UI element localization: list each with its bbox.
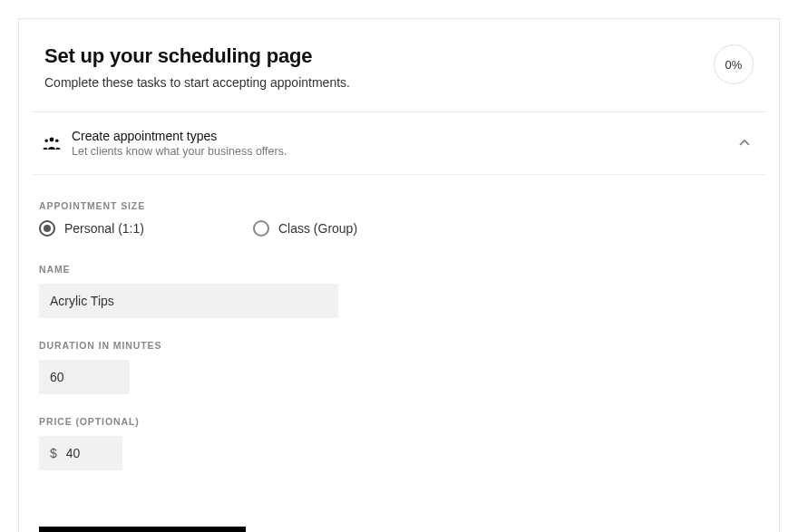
price-field-block: PRICE (OPTIONAL) $: [39, 416, 732, 470]
duration-input[interactable]: [39, 360, 130, 394]
appointment-size-label: APPOINTMENT SIZE: [39, 200, 732, 211]
page-title: Set up your scheduling page: [44, 44, 714, 68]
section-title: Create appointment types: [72, 129, 735, 143]
radio-personal-label: Personal (1:1): [64, 221, 144, 236]
price-input-wrap: $: [39, 436, 122, 470]
chevron-up-icon: [735, 137, 754, 150]
radio-unselected-icon: [253, 220, 269, 237]
currency-symbol: $: [39, 446, 59, 460]
duration-label: DURATION IN MINUTES: [39, 340, 732, 351]
section-title-block: Create appointment types Let clients kno…: [72, 129, 735, 158]
people-icon: [39, 136, 64, 150]
radio-class-label: Class (Group): [278, 221, 357, 236]
name-input[interactable]: [39, 284, 338, 318]
svg-point-2: [55, 139, 59, 142]
duration-field-block: DURATION IN MINUTES: [39, 340, 732, 394]
actions-row: CREATE APPOINTMENT TYPE VIEW ADDITIONAL …: [32, 505, 766, 532]
section-header[interactable]: Create appointment types Let clients kno…: [32, 112, 766, 175]
create-appointment-type-button[interactable]: CREATE APPOINTMENT TYPE: [39, 527, 246, 532]
appointment-types-section: Create appointment types Let clients kno…: [32, 111, 766, 532]
form-body: APPOINTMENT SIZE Personal (1:1) Class (G…: [32, 175, 739, 505]
progress-value: 0%: [725, 58, 743, 72]
name-label: NAME: [39, 264, 732, 275]
radio-personal[interactable]: Personal (1:1): [39, 220, 144, 237]
radio-class[interactable]: Class (Group): [253, 220, 357, 237]
appointment-size-radio-group: Personal (1:1) Class (Group): [39, 220, 732, 237]
section-description: Let clients know what your business offe…: [72, 145, 735, 158]
progress-badge: 0%: [714, 44, 754, 84]
svg-point-0: [50, 138, 54, 142]
page-subtitle: Complete these tasks to start accepting …: [44, 75, 714, 90]
setup-card: Set up your scheduling page Complete the…: [18, 18, 780, 532]
price-input[interactable]: [59, 436, 122, 470]
price-label: PRICE (OPTIONAL): [39, 416, 732, 427]
name-field-block: NAME: [39, 264, 732, 318]
header-text-block: Set up your scheduling page Complete the…: [44, 44, 714, 90]
svg-point-1: [44, 139, 48, 142]
card-header: Set up your scheduling page Complete the…: [19, 19, 779, 111]
radio-selected-icon: [39, 220, 55, 237]
